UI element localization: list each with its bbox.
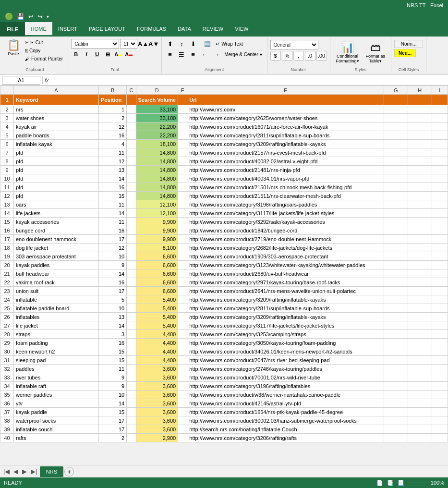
- tab-insert[interactable]: INSERT: [52, 22, 83, 37]
- cell-url[interactable]: http://www.nrs.com/category/2682/life-ja…: [187, 244, 384, 252]
- cell-i[interactable]: [432, 218, 448, 226]
- cell-h[interactable]: [408, 339, 432, 347]
- cell-c[interactable]: [127, 295, 136, 304]
- cell-c[interactable]: [127, 114, 136, 122]
- cell-url[interactable]: http://www.nrs.com/category/2746/kayak-t…: [187, 365, 384, 373]
- cell-h[interactable]: [408, 278, 432, 287]
- cell-b1[interactable]: Position: [99, 95, 127, 105]
- tab-formulas[interactable]: FORMULAS: [131, 22, 172, 37]
- cell-i[interactable]: [432, 166, 448, 174]
- row-num-37[interactable]: 37: [0, 408, 14, 416]
- cell-url[interactable]: http://www.nrs.com/category/3117/life-ja…: [187, 209, 384, 218]
- cell-keyword[interactable]: inflatables: [14, 313, 99, 321]
- cell-url[interactable]: http://www.nrs.com/product/42145/astral-…: [187, 399, 384, 408]
- cell-i[interactable]: [432, 390, 448, 399]
- cell-c[interactable]: [127, 287, 136, 295]
- row-num-12[interactable]: 12: [0, 192, 14, 200]
- cell-i[interactable]: [432, 131, 448, 140]
- cell-e[interactable]: [178, 356, 187, 365]
- cell-h[interactable]: [408, 399, 432, 408]
- cell-sv[interactable]: 4,400: [136, 347, 178, 356]
- cell-h[interactable]: [408, 425, 432, 434]
- row-num-18[interactable]: 18: [0, 244, 14, 252]
- increase-font-size-button[interactable]: A▲: [138, 39, 148, 49]
- cell-sv[interactable]: 4,400: [136, 330, 178, 339]
- undo-icon[interactable]: ↩: [27, 12, 35, 21]
- cell-e[interactable]: [178, 244, 187, 252]
- cell-c[interactable]: [127, 313, 136, 321]
- cell-h[interactable]: [408, 226, 432, 235]
- cell-sv[interactable]: 6,600: [136, 278, 178, 287]
- cell-h[interactable]: [408, 313, 432, 321]
- cell-e[interactable]: [178, 218, 187, 226]
- cell-i[interactable]: [432, 157, 448, 166]
- cell-e[interactable]: [178, 166, 187, 174]
- cell-keyword[interactable]: bungee cord: [14, 226, 99, 235]
- cell-g[interactable]: [384, 373, 408, 382]
- cell-g[interactable]: [384, 295, 408, 304]
- row-num-35[interactable]: 35: [0, 390, 14, 399]
- row-num-16[interactable]: 16: [0, 226, 14, 235]
- cell-c[interactable]: [127, 166, 136, 174]
- cell-url[interactable]: http://www.nrs.com/category/2625/women/w…: [187, 114, 384, 122]
- cell-keyword[interactable]: pfd: [14, 148, 99, 157]
- cell-i[interactable]: [432, 148, 448, 157]
- view-layout-icon[interactable]: 📑: [387, 480, 394, 486]
- cell-i[interactable]: [432, 235, 448, 244]
- cell-e[interactable]: [178, 339, 187, 347]
- cell-url[interactable]: http://www.nrs.com/category/2811/sup/inf…: [187, 304, 384, 313]
- row-num-11[interactable]: 11: [0, 183, 14, 192]
- cell-e[interactable]: [178, 105, 187, 114]
- col-header-e[interactable]: E: [178, 86, 187, 95]
- cell-position[interactable]: 16: [99, 339, 127, 347]
- cell-e[interactable]: [178, 235, 187, 244]
- cell-position[interactable]: 9: [99, 373, 127, 382]
- cell-h[interactable]: [408, 416, 432, 425]
- increase-decimal-button[interactable]: .0: [305, 51, 315, 61]
- row-num-36[interactable]: 36: [0, 399, 14, 408]
- cell-url[interactable]: http://www.nrs.com/product/70001.02/nrs-…: [187, 373, 384, 382]
- cell-g[interactable]: [384, 183, 408, 192]
- cell-g1[interactable]: [384, 95, 408, 105]
- col-header-f[interactable]: F: [187, 86, 384, 95]
- cell-h[interactable]: [408, 209, 432, 218]
- cell-position[interactable]: 14: [99, 209, 127, 218]
- cell-g[interactable]: [384, 157, 408, 166]
- row-num-31[interactable]: 31: [0, 356, 14, 365]
- cell-h[interactable]: [408, 192, 432, 200]
- cell-h[interactable]: [408, 183, 432, 192]
- cell-url[interactable]: http://www.nrs.com/category/3209/rafting…: [187, 313, 384, 321]
- cell-sv[interactable]: 33,100: [136, 105, 178, 114]
- cell-url[interactable]: http://www.nrs.com/category/3209/rafting…: [187, 140, 384, 148]
- cell-g[interactable]: [384, 114, 408, 122]
- fill-color-button[interactable]: A▬: [113, 49, 123, 59]
- cell-e1[interactable]: [178, 95, 187, 105]
- cell-position[interactable]: 1: [99, 105, 127, 114]
- cell-h[interactable]: [408, 330, 432, 339]
- cell-g[interactable]: [384, 269, 408, 278]
- cell-g[interactable]: [384, 131, 408, 140]
- cell-e[interactable]: [178, 200, 187, 209]
- cell-i[interactable]: [432, 183, 448, 192]
- cell-h1[interactable]: [408, 95, 432, 105]
- cell-position[interactable]: 16: [99, 278, 127, 287]
- cell-g[interactable]: [384, 226, 408, 235]
- cell-position[interactable]: 12: [99, 122, 127, 131]
- cell-keyword[interactable]: pfd: [14, 183, 99, 192]
- add-sheet-button[interactable]: +: [64, 467, 74, 476]
- cell-keyword[interactable]: sleeping pad: [14, 356, 99, 365]
- row-num-40[interactable]: 40: [0, 434, 14, 442]
- cell-e[interactable]: [178, 373, 187, 382]
- cell-position[interactable]: 16: [99, 226, 127, 235]
- cell-i[interactable]: [432, 330, 448, 339]
- cell-url[interactable]: http://www.nrs.com/product/21501/nrs-chi…: [187, 183, 384, 192]
- cell-keyword[interactable]: paddle boards: [14, 131, 99, 140]
- cell-g[interactable]: [384, 304, 408, 313]
- cell-e[interactable]: [178, 209, 187, 218]
- cell-sv[interactable]: 12,100: [136, 200, 178, 209]
- cell-position[interactable]: 15: [99, 192, 127, 200]
- italic-button[interactable]: I: [82, 49, 91, 59]
- cell-e[interactable]: [178, 434, 187, 442]
- cell-e[interactable]: [178, 390, 187, 399]
- row-num-17[interactable]: 17: [0, 235, 14, 244]
